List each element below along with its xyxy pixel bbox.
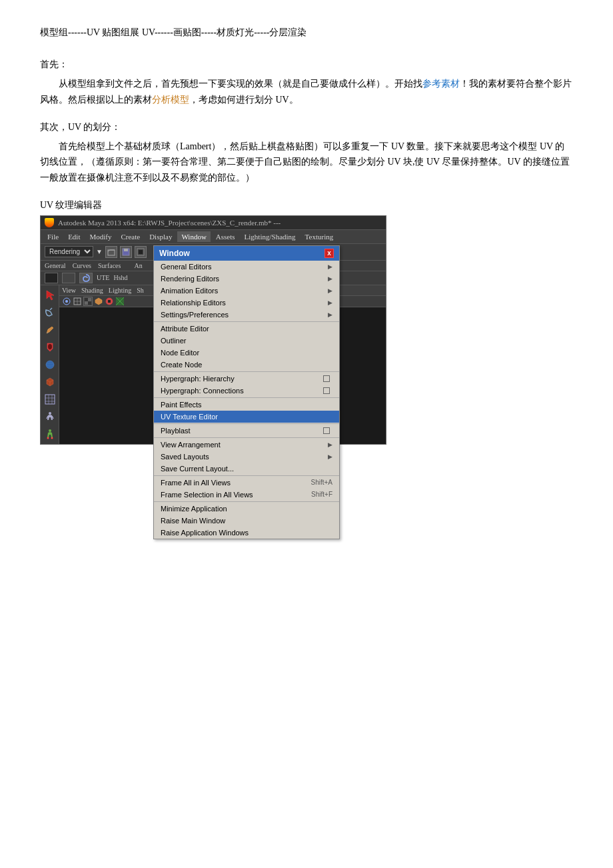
menu-modify[interactable]: Modify [85,231,115,242]
menu-minimize-application[interactable]: Minimize Application [154,503,339,515]
svg-rect-26 [85,298,88,301]
checkbox-icon [323,387,330,394]
menu-view-arrangement[interactable]: View Arrangement ▶ [154,439,339,451]
checkbox-icon [323,427,330,434]
svg-rect-28 [85,301,88,305]
arrow-icon: ▶ [328,311,332,318]
paint-tool-icon[interactable] [43,340,57,355]
menu-window[interactable]: Window [177,231,210,242]
viewport-icon-3[interactable] [83,297,93,306]
grid-icon[interactable] [43,392,57,407]
arrow-icon: ▶ [328,441,332,448]
maya-titlebar: Autodesk Maya 2013 x64: E:\RWJS_Project\… [41,216,386,230]
menu-settings-preferences[interactable]: Settings/Preferences ▶ [154,309,339,321]
pencil-tool-icon[interactable] [43,323,57,337]
person-icon[interactable] [43,427,57,441]
mode-select[interactable]: Rendering [45,246,93,257]
menu-relationship-editors[interactable]: Relationship Editors ▶ [154,297,339,309]
viewport-icon-2[interactable] [73,297,82,306]
link-reference-material[interactable]: 参考素材 [422,79,460,89]
svg-rect-10 [45,395,55,404]
svg-point-6 [48,344,52,349]
sphere-icon[interactable] [43,357,57,372]
svg-rect-29 [88,301,91,305]
tab-surfaces[interactable]: Surfaces [98,262,121,269]
menu-animation-editors[interactable]: Animation Editors ▶ [154,285,339,297]
separator-4 [154,423,339,424]
menu-attribute-editor[interactable]: Attribute Editor [154,323,339,335]
lighting-menu[interactable]: Lighting [109,287,131,294]
toolbar-save-icon[interactable] [120,246,132,258]
menu-hypergraph-hierarchy[interactable]: Hypergraph: Hierarchy [154,373,339,385]
viewport-icon-5[interactable] [105,297,114,306]
menu-file[interactable]: File [43,231,63,242]
viewport-icon-6[interactable] [115,297,125,306]
dropdown-header: Window x [154,246,339,261]
menu-texturing[interactable]: Texturing [301,231,338,242]
menu-general-editors[interactable]: General Editors ▶ [154,261,339,273]
menu-frame-selection[interactable]: Frame Selection in All Views Shift+F [154,489,339,501]
rect-btn-1[interactable] [45,273,58,283]
menu-saved-layouts[interactable]: Saved Layouts ▶ [154,451,339,463]
maya-menubar[interactable]: File Edit Modify Create Display Window A… [41,230,386,244]
menu-node-editor[interactable]: Node Editor [154,347,339,359]
lasso-tool-icon[interactable] [43,305,57,320]
titlebar-left: Autodesk Maya 2013 x64: E:\RWJS_Project\… [45,218,281,227]
menu-save-current-layout[interactable]: Save Current Layout... [154,463,339,475]
tab-curves[interactable]: Curves [73,262,91,269]
separator-1 [154,321,339,322]
workflow-line: 模型组------UV 贴图组展 UV------画贴图-----材质灯光---… [40,27,573,39]
menu-raise-main-window[interactable]: Raise Main Window [154,515,339,527]
sh-menu[interactable]: Sh [137,287,144,294]
viewport-icon-4[interactable] [94,297,103,306]
separator-2 [154,371,339,372]
dropdown-title: Window [159,249,190,258]
menu-outliner[interactable]: Outliner [154,335,339,347]
arrow-icon: ▶ [328,453,332,460]
menu-hypergraph-connections[interactable]: Hypergraph: Connections [154,385,339,397]
menu-edit[interactable]: Edit [64,231,84,242]
menu-create-node[interactable]: Create Node [154,359,339,371]
menu-lighting-shading[interactable]: Lighting/Shading [241,231,300,242]
svg-point-20 [51,437,53,439]
menu-frame-all[interactable]: Frame All in All Views Shift+A [154,477,339,489]
svg-point-18 [49,429,51,432]
viewport-icon-1[interactable] [62,297,71,306]
section1-heading: 首先： [40,59,573,71]
side-icon-bar [41,285,59,444]
close-popup-button[interactable]: x [324,249,334,258]
label-hshd: Hshd [113,274,127,281]
tab-general[interactable]: General [45,262,66,269]
menu-raise-application-windows[interactable]: Raise Application Windows [154,527,339,539]
cube-icon[interactable] [43,375,57,389]
figure-icon[interactable] [43,409,57,424]
menu-create[interactable]: Create [117,231,144,242]
rect-btn-2[interactable] [62,273,75,283]
svg-line-5 [50,308,52,310]
select-tool-icon[interactable] [43,288,57,303]
separator-6 [154,475,339,476]
menu-uv-texture-editor[interactable]: UV Texture Editor [154,411,339,423]
separator-5 [154,437,339,438]
view-menu[interactable]: View [62,287,76,294]
menu-display[interactable]: Display [145,231,176,242]
maya-screenshot: Autodesk Maya 2013 x64: E:\RWJS_Project\… [40,215,386,445]
arrow-icon: ▶ [328,299,332,306]
section2-body: 首先给模型上个基础材质球（Lambert），然后贴上棋盘格贴图）可以多重复一下 … [40,139,573,186]
menu-playblast[interactable]: Playblast [154,425,339,437]
toolbar-render-icon[interactable] [135,246,147,258]
section-second: 其次，UV 的划分： 首先给模型上个基础材质球（Lambert），然后贴上棋盘格… [40,121,573,186]
shading-menu[interactable]: Shading [81,287,103,294]
menu-paint-effects[interactable]: Paint Effects [154,399,339,411]
section1-body: 从模型组拿到文件之后，首先预想一下要实现的效果（就是自己要做成什么样）。开始找参… [40,76,573,108]
menu-assets[interactable]: Assets [212,231,239,242]
svg-rect-4 [139,250,143,254]
checkbox-icon [323,375,330,382]
maya-spiral-icon[interactable] [79,273,93,283]
svg-rect-2 [124,249,128,251]
toolbar-arrow: ▼ [96,248,103,255]
link-analyze-model[interactable]: 分析模型 [152,95,189,105]
svg-point-15 [49,412,51,415]
menu-rendering-editors[interactable]: Rendering Editors ▶ [154,273,339,285]
toolbar-open-icon[interactable] [105,246,117,258]
